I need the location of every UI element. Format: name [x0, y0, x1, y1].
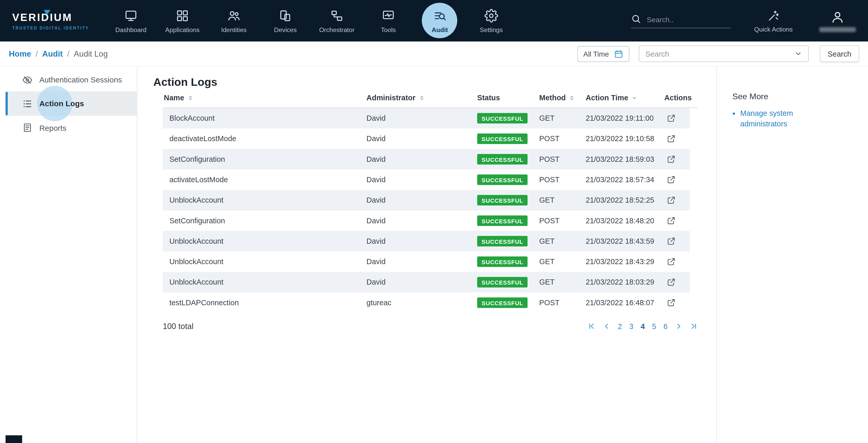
- pagination-page-4[interactable]: 4: [641, 322, 645, 331]
- breadcrumb-home[interactable]: Home: [9, 49, 31, 58]
- global-search-input[interactable]: [647, 15, 724, 24]
- pagination-first[interactable]: [588, 322, 596, 330]
- sort-icon: [568, 94, 575, 101]
- cell-action-time: 21/03/2022 18:03:29: [586, 278, 664, 286]
- cell-actions: [664, 277, 690, 287]
- view-details-button[interactable]: [666, 216, 676, 225]
- cell-name: UnblockAccount: [163, 278, 367, 286]
- cell-method: GET: [539, 237, 586, 245]
- topnav-item-tools[interactable]: Tools: [363, 0, 414, 41]
- cell-status: SUCCESSFUL: [477, 174, 539, 185]
- cell-status: SUCCESSFUL: [477, 134, 539, 144]
- table-footer: 100 total 23456: [163, 322, 698, 331]
- cell-actions: [664, 154, 690, 164]
- cell-actions: [664, 298, 690, 307]
- cell-administrator: David: [367, 155, 477, 164]
- breadcrumb-audit-log: Audit Log: [74, 49, 108, 58]
- cell-method: POST: [539, 155, 586, 164]
- status-badge: SUCCESSFUL: [477, 113, 528, 123]
- sidebar-item-reports[interactable]: Reports: [5, 116, 137, 140]
- pagination-page-2[interactable]: 2: [618, 322, 622, 330]
- cell-method: GET: [539, 114, 586, 122]
- quick-actions-button[interactable]: Quick Actions: [754, 9, 793, 32]
- cell-status: SUCCESSFUL: [477, 277, 539, 287]
- sidebar-collapse-bar[interactable]: [5, 435, 22, 443]
- status-badge: SUCCESSFUL: [477, 134, 528, 144]
- column-label: Administrator: [367, 94, 416, 102]
- view-details-button[interactable]: [666, 175, 676, 184]
- view-details-button[interactable]: [666, 277, 676, 287]
- column-label: Status: [477, 94, 500, 102]
- view-details-button[interactable]: [666, 236, 676, 246]
- devices-icon: [278, 8, 292, 23]
- sidebar-item-action-logs[interactable]: Action Logs: [5, 92, 137, 116]
- external-link-icon: [666, 134, 676, 143]
- time-range-button[interactable]: All Time: [577, 46, 629, 62]
- pagination-page-5[interactable]: 5: [652, 322, 656, 330]
- view-details-button[interactable]: [666, 257, 676, 266]
- view-details-button[interactable]: [666, 196, 676, 205]
- pagination-prev[interactable]: [603, 322, 611, 330]
- table-row: UnblockAccountDavidSUCCESSFULGET21/03/20…: [163, 231, 690, 252]
- search-button[interactable]: Search: [820, 46, 859, 62]
- cell-method: GET: [539, 196, 586, 204]
- cell-action-time: 21/03/2022 18:52:25: [586, 196, 664, 204]
- audit-icon: [433, 8, 447, 23]
- see-more-link[interactable]: Manage system administrators: [740, 108, 807, 129]
- sort-icon: [187, 94, 194, 101]
- column-header-method[interactable]: Method: [539, 94, 586, 102]
- table-row: deactivateLostModeDavidSUCCESSFULPOST21/…: [163, 128, 690, 149]
- report-icon: [22, 122, 33, 133]
- topnav-item-identities[interactable]: Identities: [208, 0, 259, 41]
- view-details-button[interactable]: [666, 298, 676, 307]
- cell-action-time: 21/03/2022 18:43:29: [586, 258, 664, 266]
- column-header-action-time[interactable]: Action Time: [586, 94, 664, 102]
- sidebar-item-authentication-sessions[interactable]: Authentication Sessions: [5, 68, 137, 92]
- cell-actions: [664, 236, 690, 246]
- topnav-item-label: Devices: [274, 26, 297, 33]
- cell-administrator: David: [367, 258, 477, 266]
- cell-administrator: David: [367, 278, 477, 286]
- topnav-item-settings[interactable]: Settings: [466, 0, 517, 41]
- pagination-page-6[interactable]: 6: [663, 322, 668, 330]
- column-header-administrator[interactable]: Administrator: [367, 94, 477, 102]
- brand-logo[interactable]: VERIDIUM TRUSTED DIGITAL IDENTITY: [12, 11, 100, 30]
- topnav: VERIDIUM TRUSTED DIGITAL IDENTITY Dashbo…: [0, 0, 868, 41]
- external-link-icon: [666, 154, 676, 164]
- topnav-item-orchestrator[interactable]: Orchestrator: [311, 0, 363, 41]
- cell-action-time: 21/03/2022 19:11:00: [586, 114, 664, 122]
- user-menu[interactable]: [819, 10, 856, 32]
- sidebar-item-label: Authentication Sessions: [39, 75, 122, 84]
- cell-actions: [664, 175, 690, 184]
- column-header-name[interactable]: Name: [163, 94, 367, 102]
- breadcrumb-audit[interactable]: Audit: [42, 49, 63, 58]
- cell-action-time: 21/03/2022 16:48:07: [586, 298, 664, 307]
- main-panel: Action Logs NameAdministratorStatusMetho…: [137, 66, 716, 443]
- cell-actions: [664, 257, 690, 266]
- total-count: 100 total: [163, 322, 193, 331]
- cell-name: UnblockAccount: [163, 237, 367, 245]
- sidebar-items: Authentication SessionsAction LogsReport…: [5, 68, 137, 140]
- view-details-button[interactable]: [666, 114, 676, 123]
- applications-icon: [176, 8, 189, 23]
- cell-name: SetConfiguration: [163, 155, 367, 164]
- external-link-icon: [666, 196, 676, 205]
- external-link-icon: [666, 114, 676, 123]
- topnav-item-label: Identities: [221, 26, 247, 33]
- pagination-next[interactable]: [675, 322, 683, 330]
- filter-search-select[interactable]: Search: [639, 46, 809, 62]
- topnav-item-applications[interactable]: Applications: [157, 0, 208, 41]
- topnav-item-audit[interactable]: Audit: [414, 0, 466, 41]
- cell-method: POST: [539, 176, 586, 184]
- view-details-button[interactable]: [666, 134, 676, 143]
- filter-search-placeholder: Search: [646, 50, 669, 58]
- pagination-page-3[interactable]: 3: [629, 322, 633, 330]
- topnav-item-dashboard[interactable]: Dashboard: [105, 0, 157, 41]
- pagination-last[interactable]: [690, 322, 698, 330]
- bullet: •: [733, 108, 735, 129]
- view-details-button[interactable]: [666, 154, 676, 164]
- topnav-item-devices[interactable]: Devices: [259, 0, 311, 41]
- column-label: Method: [539, 94, 566, 102]
- external-link-icon: [666, 257, 676, 266]
- breadcrumb-separator: /: [36, 49, 38, 58]
